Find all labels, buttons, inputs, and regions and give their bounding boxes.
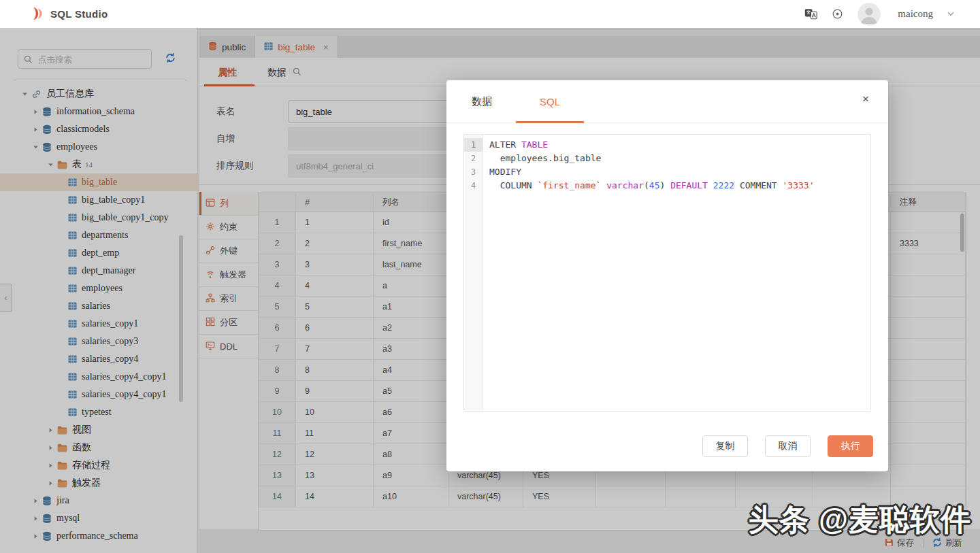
sql-editor[interactable]: 1234 ALTER TABLE employees.big_tableMODI… (463, 134, 871, 412)
sql-token: 2222 (713, 180, 734, 190)
sql-code-line: ALTER TABLE (489, 138, 870, 152)
avatar[interactable] (858, 3, 881, 26)
dialog-tab-data[interactable]: 数据 (448, 80, 516, 122)
run-button[interactable]: 执行 (828, 435, 873, 457)
sql-token: ( (644, 180, 649, 190)
sql-token: ALTER (489, 139, 521, 150)
sql-code-line: MODIFY (489, 165, 870, 179)
cancel-button[interactable]: 取消 (765, 435, 811, 457)
dialog-tab-sql[interactable]: SQL (516, 80, 584, 122)
dialog-tab-bar: 数据 SQL × (446, 80, 888, 123)
sql-code-line: COLUMN `first_name` varchar(45) DEFAULT … (489, 179, 870, 192)
sql-token: varchar (606, 180, 644, 190)
sql-code[interactable]: ALTER TABLE employees.big_tableMODIFY CO… (483, 135, 870, 411)
sql-token: employees.big_table (489, 153, 601, 163)
sql-token (708, 180, 713, 190)
sql-token: '3333' (783, 180, 815, 190)
dialog-footer: 复制 取消 执行 (702, 435, 873, 457)
app-logo-icon (29, 6, 44, 22)
sql-token: DEFAULT (670, 180, 708, 190)
sql-token: MODIFY (489, 167, 521, 177)
chevron-down-icon[interactable] (947, 12, 954, 16)
line-number: 4 (464, 179, 483, 192)
translate-icon[interactable] (804, 8, 817, 20)
sql-token: TABLE (521, 139, 548, 150)
app-title: SQL Studio (50, 8, 108, 20)
sql-code-line: employees.big_table (489, 152, 870, 165)
sql-token: COLUMN (489, 180, 537, 190)
sql-token: `first_name` (537, 180, 601, 190)
sql-token: COMMENT (734, 180, 782, 190)
line-number: 3 (464, 165, 483, 179)
username[interactable]: maicong (898, 8, 933, 20)
sql-token: 45 (649, 180, 660, 190)
copy-button[interactable]: 复制 (702, 435, 748, 457)
line-number-gutter: 1234 (464, 135, 483, 411)
settings-icon[interactable] (832, 8, 843, 20)
video-watermark: 头条 @麦聪软件 (749, 500, 971, 540)
sql-preview-dialog: 数据 SQL × 1234 ALTER TABLE employees.big_… (446, 80, 888, 471)
line-number: 2 (464, 152, 483, 165)
top-bar: SQL Studio maicong (0, 0, 980, 28)
sql-token: ) (659, 180, 670, 190)
close-icon[interactable]: × (862, 93, 869, 105)
line-number: 1 (464, 138, 483, 152)
active-tab-underline (516, 121, 584, 123)
